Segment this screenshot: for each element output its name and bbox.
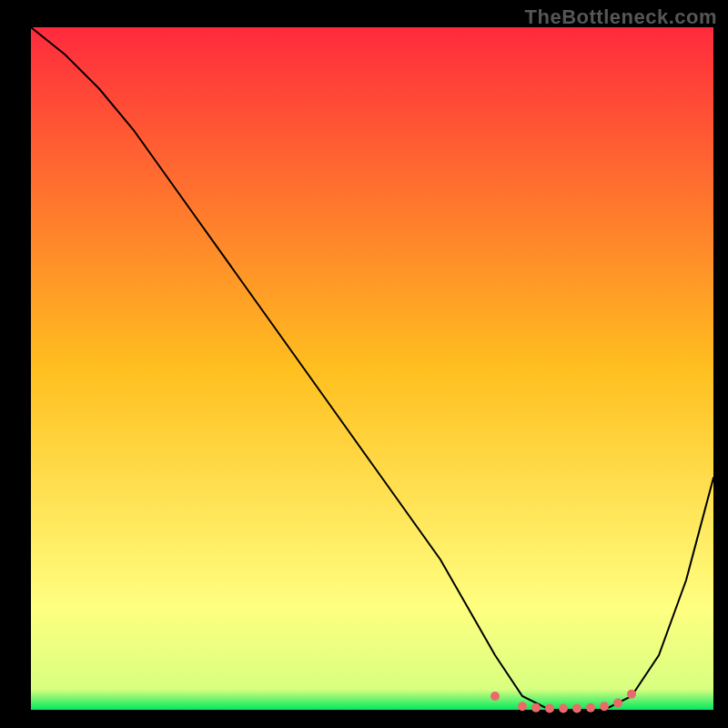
marker-dot — [627, 690, 636, 699]
marker-dot — [586, 703, 595, 713]
marker-dot — [600, 702, 609, 711]
marker-dot — [490, 692, 500, 701]
marker-dot — [531, 703, 541, 713]
marker-dot — [572, 704, 581, 713]
marker-dot — [559, 704, 568, 713]
chart-frame: { "watermark": "TheBottleneck.com", "col… — [0, 0, 728, 728]
marker-dot — [518, 702, 527, 711]
marker-dot — [613, 699, 622, 708]
chart-svg — [0, 0, 728, 728]
marker-dot — [545, 704, 554, 713]
watermark-text: TheBottleneck.com — [525, 5, 717, 29]
